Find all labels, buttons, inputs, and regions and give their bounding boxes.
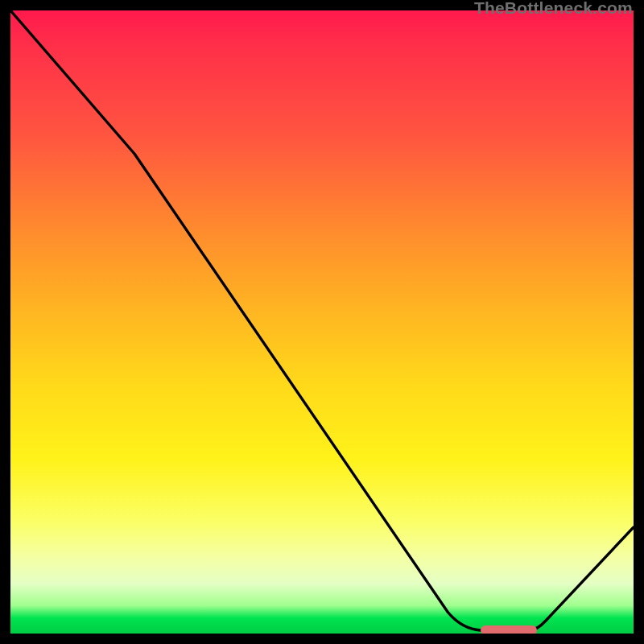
watermark-text: TheBottleneck.com <box>474 0 633 18</box>
plot-area <box>10 10 634 634</box>
optimal-marker <box>481 625 537 634</box>
chart-frame: TheBottleneck.com <box>0 0 644 644</box>
bottleneck-curve <box>10 10 634 630</box>
chart-overlay-svg <box>10 10 634 634</box>
